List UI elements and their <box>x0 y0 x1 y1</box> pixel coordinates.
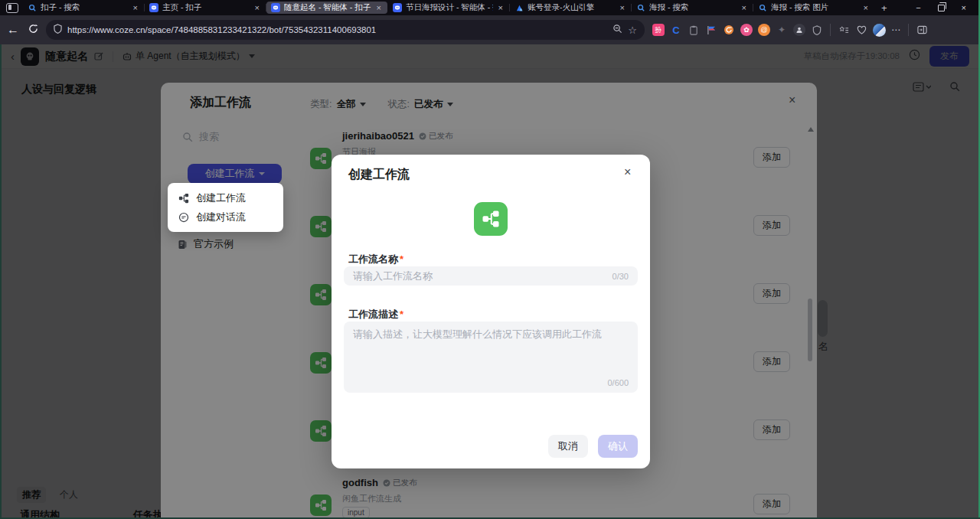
tab-close-icon[interactable]: × <box>253 3 261 12</box>
tab-poster-search[interactable]: 海报 - 搜索 × <box>632 2 753 14</box>
tab-bar: 扣子 - 搜索 × 主页 - 扣子 × 随意起名 - 智能体 - 扣子 × 节日… <box>0 0 980 15</box>
tab-close-icon[interactable]: × <box>862 3 870 12</box>
firefox-view-icon[interactable] <box>6 3 18 13</box>
coze-favicon-icon <box>271 3 280 12</box>
tab-coze-home[interactable]: 主页 - 扣子 × <box>145 2 266 14</box>
name-placeholder: 请输入工作流名称 <box>353 269 433 283</box>
tab-koubao-search[interactable]: 扣子 - 搜索 × <box>23 2 144 14</box>
workflow-name-input[interactable]: 请输入工作流名称 0/30 <box>344 266 638 286</box>
modal-footer: 取消 确认 <box>548 435 638 458</box>
search-favicon-icon <box>636 3 645 12</box>
back-button[interactable]: ← <box>6 23 20 37</box>
tab-title: 节日海报设计 - 智能体 - 扣 <box>406 2 493 13</box>
overflow-menu-icon[interactable]: ⋯ <box>891 24 901 35</box>
menu-item-create-chatflow[interactable]: 创建对话流 <box>168 207 283 227</box>
workflow-desc-textarea[interactable]: 请输入描述，让大模型理解什么情况下应该调用此工作流 0/600 <box>344 322 638 393</box>
profile-avatar[interactable] <box>873 24 886 37</box>
tab-title: 随意起名 - 智能体 - 扣子 <box>284 2 371 13</box>
coze-c-extension-icon[interactable]: C <box>670 24 682 36</box>
coze-favicon-icon <box>149 3 158 12</box>
tab-title: 海报 - 搜索 <box>649 2 737 13</box>
search-favicon-icon <box>758 3 767 12</box>
health-heart-extension-icon[interactable] <box>855 24 867 36</box>
url-text[interactable]: https://www.coze.cn/space/74848858312334… <box>67 25 607 34</box>
name-field-label: 工作流名称* <box>348 253 403 266</box>
modal-close-icon[interactable]: × <box>624 165 631 179</box>
confirm-button-disabled[interactable]: 确认 <box>598 435 638 458</box>
tab-bot-editor-active[interactable]: 随意起名 - 智能体 - 扣子 × <box>266 2 387 14</box>
zoom-out-icon[interactable] <box>612 23 622 37</box>
collections-star-extension-icon[interactable] <box>838 24 850 36</box>
create-workflow-modal: 创建工作流 × 工作流名称* 请输入工作流名称 0/30 工作流描述* 请输入描… <box>332 155 650 468</box>
tab-poster-design[interactable]: 节日海报设计 - 智能体 - 扣 × <box>388 2 509 14</box>
search-favicon-icon <box>28 3 37 12</box>
dark-cursor-extension-icon[interactable]: ✦ <box>776 24 788 36</box>
tab-close-icon[interactable]: × <box>132 3 139 12</box>
reload-button[interactable] <box>26 23 40 37</box>
tab-close-icon[interactable]: × <box>497 3 505 12</box>
menu-item-label: 创建工作流 <box>196 191 246 205</box>
extensions-row: 扮 C ✿ @ ✦ ⋯ <box>652 24 928 37</box>
tab-title: 海报 - 搜索 图片 <box>771 2 858 13</box>
window-border <box>0 44 2 519</box>
tab-volcengine-login[interactable]: 账号登录-火山引擎 × <box>510 2 631 14</box>
workflow-icon <box>178 193 189 204</box>
flag-extension-icon[interactable] <box>705 24 717 36</box>
sidebar-toggle-icon[interactable] <box>916 24 928 36</box>
minimize-button[interactable]: − <box>916 3 920 12</box>
cancel-button[interactable]: 取消 <box>548 435 588 458</box>
desc-field-label: 工作流描述* <box>348 308 403 322</box>
orange-circle-extension-icon[interactable]: @ <box>758 24 770 36</box>
pink-circle-extension-icon[interactable]: ✿ <box>740 24 753 36</box>
desc-char-counter: 0/600 <box>607 378 629 387</box>
tab-title: 主页 - 扣子 <box>162 2 250 13</box>
browser-window: 扣子 - 搜索 × 主页 - 扣子 × 随意起名 - 智能体 - 扣子 × 节日… <box>0 0 980 519</box>
new-tab-button[interactable]: + <box>875 2 893 14</box>
modal-title: 创建工作流 <box>348 167 410 183</box>
workflow-icon-large <box>474 202 508 236</box>
chatflow-icon <box>178 212 189 223</box>
shield-extension-icon[interactable] <box>811 24 823 36</box>
window-controls: − × <box>916 3 980 12</box>
required-asterisk: * <box>400 308 403 320</box>
tab-close-icon[interactable]: × <box>375 3 383 12</box>
tracking-shield-icon[interactable] <box>54 23 62 37</box>
menu-item-create-workflow[interactable]: 创建工作流 <box>168 188 283 207</box>
restore-button[interactable] <box>938 5 945 11</box>
tab-close-icon[interactable]: × <box>740 3 748 12</box>
window-close-button[interactable]: × <box>962 3 966 12</box>
menu-item-label: 创建对话流 <box>196 211 246 224</box>
tab-title: 账号登录-火山引擎 <box>528 2 615 13</box>
navigation-bar: ← https://www.coze.cn/space/748488583123… <box>0 15 980 44</box>
sync-circle-extension-icon[interactable] <box>723 24 735 36</box>
name-char-counter: 0/30 <box>612 272 629 281</box>
url-bar[interactable]: https://www.coze.cn/space/74848858312334… <box>46 20 645 40</box>
tab-close-icon[interactable]: × <box>619 3 626 12</box>
clipboard-extension-icon[interactable] <box>688 24 700 36</box>
coze-favicon-icon <box>393 3 402 12</box>
required-asterisk: * <box>400 253 403 265</box>
create-dropdown-menu: 创建工作流 创建对话流 <box>168 183 283 232</box>
bookmark-star-icon[interactable]: ☆ <box>628 24 637 36</box>
tab-poster-image-search[interactable]: 海报 - 搜索 图片 × <box>753 2 874 14</box>
volcengine-favicon-icon <box>514 3 524 12</box>
tab-title: 扣子 - 搜索 <box>41 2 128 13</box>
pink-square-extension-icon[interactable]: 扮 <box>652 24 665 36</box>
account-extension-icon[interactable] <box>793 24 805 36</box>
desc-placeholder: 请输入描述，让大模型理解什么情况下应该调用此工作流 <box>353 328 602 340</box>
